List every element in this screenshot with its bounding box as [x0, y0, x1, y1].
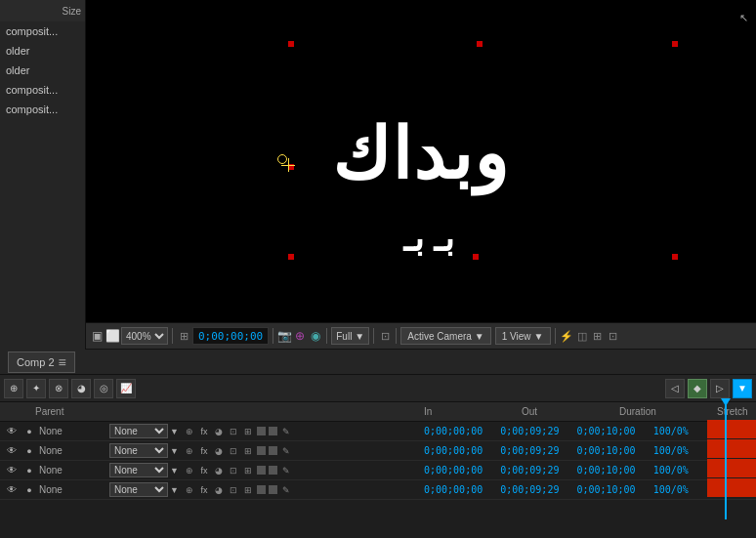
sidebar-col-size-label: Size — [63, 6, 81, 17]
lock-all-icon[interactable]: ⊗ — [49, 379, 68, 398]
camera-label: Active Camera — [407, 331, 472, 342]
row-0-fx-icon[interactable]: fx — [197, 425, 211, 438]
sep-3 — [326, 328, 327, 344]
row-1-blend-icon[interactable]: ◕ — [212, 444, 226, 458]
row-0-shy-icon[interactable]: ⊕ — [183, 425, 196, 438]
table-row: 👁 ● None None ▼ ⊕ fx ◕ ⊡ ⊞ ✎ — [0, 461, 756, 480]
tl-right-headers: In Out Duration Stretch — [420, 402, 756, 421]
row-0-solo[interactable]: ● — [21, 424, 37, 439]
row-3-3d-icon[interactable]: ⊞ — [241, 483, 255, 497]
zoom-select[interactable]: 400% 200% 100% 50% — [121, 327, 168, 345]
row-3-solo[interactable]: ● — [21, 482, 37, 498]
comp-icon[interactable]: ▣ — [90, 329, 104, 343]
row-1-pencil-icon[interactable]: ✎ — [279, 444, 293, 458]
solo-all-icon[interactable]: ✦ — [26, 379, 46, 398]
col-parent-header: Parent — [35, 406, 123, 417]
row-0-pencil-icon[interactable]: ✎ — [279, 425, 293, 438]
row-2-blend-icon[interactable]: ◕ — [212, 464, 226, 477]
row-2-eye[interactable]: 👁 — [4, 463, 20, 478]
camera-selector[interactable]: Active Camera ▼ — [400, 327, 490, 345]
row-0-eye[interactable]: 👁 — [4, 424, 20, 439]
row-2-solo[interactable]: ● — [21, 463, 37, 478]
camera-arrow: ▼ — [475, 331, 484, 342]
row-1-fx-icon[interactable]: fx — [197, 444, 211, 458]
toggle-shy-icon[interactable]: ⊕ — [4, 379, 23, 398]
zoom-control[interactable]: 400% 200% 100% 50% — [121, 327, 168, 345]
timecode-display[interactable]: 0;00;00;00 — [192, 327, 269, 345]
row-1-solo[interactable]: ● — [21, 443, 37, 459]
row-0-parent-select[interactable]: None — [109, 424, 168, 438]
grid-icon[interactable]: ⊞ — [591, 329, 605, 343]
row-3-parent-select[interactable]: None — [109, 482, 168, 497]
handle-bot-right[interactable] — [672, 254, 678, 260]
sidebar-item-3[interactable]: composit... — [0, 80, 85, 100]
row-2-icons: ⊕ fx ◕ ⊡ ⊞ ✎ — [183, 464, 293, 477]
keyframe-nav-left[interactable]: ◁ — [665, 379, 685, 398]
motion-blur-icon[interactable]: ◎ — [94, 379, 113, 398]
row-2-3d-icon[interactable]: ⊞ — [241, 464, 255, 477]
fast-preview-icon[interactable]: ⚡ — [560, 329, 573, 343]
timeline-rows: 👁 ● None None ▼ ⊕ fx ◕ ⊡ ⊞ ✎ — [0, 422, 756, 500]
row-1-name: None — [39, 445, 107, 456]
row-3-shy-icon[interactable]: ⊕ — [183, 483, 196, 497]
row-0-blend-icon[interactable]: ◕ — [212, 425, 226, 438]
sidebar-item-2[interactable]: older — [0, 61, 85, 80]
handle-top-left[interactable] — [288, 41, 294, 47]
row-3-left: 👁 ● None None ▼ ⊕ fx ◕ ⊡ ⊞ ✎ — [0, 482, 420, 498]
keyframe-nav-right[interactable]: ▷ — [710, 379, 730, 398]
sidebar-item-0[interactable]: composit... — [0, 21, 85, 41]
row-2-parent-select[interactable]: None — [109, 463, 168, 477]
quality-selector[interactable]: Full ▼ — [331, 327, 369, 345]
row-3-layer-icon[interactable]: ⊡ — [227, 483, 240, 497]
row-3-blend-icon[interactable]: ◕ — [212, 483, 226, 497]
handle-bot-left[interactable] — [288, 254, 294, 260]
row-2-layer-icon[interactable]: ⊡ — [227, 464, 240, 477]
safe-zones-icon[interactable]: ⊡ — [607, 329, 620, 343]
row-1-shy-icon[interactable]: ⊕ — [183, 444, 196, 458]
handle-top-mid[interactable] — [477, 41, 483, 47]
row-0-color-1 — [257, 427, 266, 435]
transparency-icon[interactable]: ◫ — [575, 329, 589, 343]
timeline-options[interactable]: ▼ — [733, 379, 752, 398]
row-1-parent-select[interactable]: None — [109, 443, 168, 458]
timeline-bar-2 — [707, 459, 756, 477]
handle-top-right[interactable] — [672, 41, 678, 47]
color-wheel-icon[interactable]: ⊕ — [293, 329, 307, 343]
sep-6 — [555, 328, 556, 344]
row-2-stretch: 100/0% — [653, 465, 712, 476]
keyframe-add[interactable]: ◆ — [688, 379, 707, 398]
playhead-line[interactable] — [725, 402, 727, 519]
quality-arrow: ▼ — [355, 331, 364, 342]
snapshot-icon[interactable]: 📷 — [277, 329, 291, 343]
resolution-icon[interactable]: ⊡ — [378, 329, 392, 343]
graph-editor-icon[interactable]: 📈 — [116, 379, 136, 398]
region-icon[interactable]: ⊞ — [177, 329, 190, 343]
row-2-fx-icon[interactable]: fx — [197, 464, 211, 477]
row-1-color-1 — [257, 446, 266, 455]
row-1-eye[interactable]: 👁 — [4, 443, 20, 459]
color-circle-icon[interactable]: ◉ — [309, 329, 322, 343]
row-2-pencil-icon[interactable]: ✎ — [279, 464, 293, 477]
row-0-3d-icon[interactable]: ⊞ — [241, 425, 255, 438]
row-1-3d-icon[interactable]: ⊞ — [241, 444, 255, 458]
timeline-bar-3 — [707, 478, 756, 497]
row-0-layer-icon[interactable]: ⊡ — [227, 425, 240, 438]
view-selector[interactable]: 1 View ▼ — [495, 327, 551, 345]
row-2-shy-icon[interactable]: ⊕ — [183, 464, 196, 477]
comp-tab[interactable]: Comp 2 ≡ — [8, 352, 75, 373]
blend-mode-icon[interactable]: ◕ — [71, 379, 91, 398]
row-1-layer-icon[interactable]: ⊡ — [227, 444, 240, 458]
row-3-fx-icon[interactable]: fx — [197, 483, 211, 497]
col-duration-header: Duration — [619, 406, 678, 417]
preview-monitor-icon[interactable]: ⬜ — [105, 329, 119, 343]
comp-tab-menu[interactable]: ≡ — [59, 354, 66, 370]
row-3-eye[interactable]: 👁 — [4, 482, 20, 498]
sidebar-item-1[interactable]: older — [0, 41, 85, 61]
sep-4 — [373, 328, 374, 344]
row-3-color-1 — [257, 485, 266, 494]
handle-bot-mid[interactable] — [473, 254, 479, 260]
row-3-right: 0;00;00;00 0;00;09;29 0;00;10;00 100/0% — [420, 484, 756, 495]
sidebar-item-4[interactable]: composit... — [0, 100, 85, 119]
row-3-pencil-icon[interactable]: ✎ — [279, 483, 293, 497]
timeline-bar-1 — [707, 439, 756, 458]
